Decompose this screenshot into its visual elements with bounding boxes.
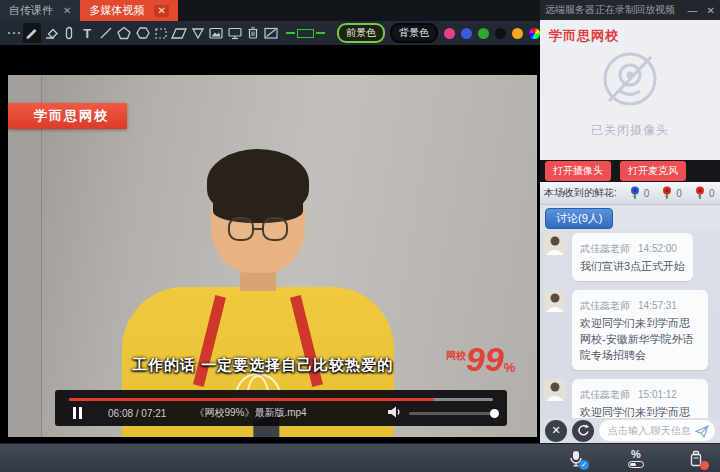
check-badge: ✓	[579, 460, 589, 470]
color-swatch-blue[interactable]	[461, 28, 472, 39]
tab-label: 自传课件	[9, 3, 53, 18]
eraser-icon[interactable]	[42, 23, 59, 43]
volume-icon[interactable]	[388, 404, 402, 422]
tab-own-courseware[interactable]: 自传课件 ✕	[0, 0, 80, 21]
chat-message: 武佳蕊老师14:52:00 我们宣讲3点正式开始	[544, 233, 716, 281]
color-swatch-orange[interactable]	[512, 28, 523, 39]
camera-off-icon	[594, 46, 666, 122]
image-icon[interactable]	[207, 23, 224, 43]
background-color-button[interactable]: 背景色	[390, 23, 438, 43]
polygon-icon[interactable]	[134, 23, 151, 43]
player-controls: 06:08 / 07:21 《网校99%》最新版.mp4	[55, 390, 507, 426]
mic-status-icon[interactable]: ✓	[568, 450, 584, 467]
tab-bar: 自传课件 ✕ 多媒体视频 ✕	[0, 0, 540, 21]
color-swatch-magenta[interactable]	[444, 28, 455, 39]
panel-titlebar: 远端服务器正在录制回放视频 — ✕	[540, 0, 720, 20]
red-rose-icon: 0	[694, 186, 715, 200]
trash-icon[interactable]	[244, 23, 261, 43]
select-rect-icon[interactable]	[152, 23, 169, 43]
video-brand-banner: 学而思网校	[8, 103, 127, 129]
video-stage: 学而思网校 工作的话 一定要选择自己比较热爱的 网校 99 % 06:08 / …	[0, 45, 540, 443]
video-subtitle: 工作的话 一定要选择自己比较热爱的	[132, 356, 393, 375]
color-swatch-green[interactable]	[478, 28, 489, 39]
avatar	[544, 290, 566, 312]
pause-button[interactable]	[73, 407, 82, 419]
close-icon[interactable]: ✕	[154, 5, 168, 17]
flowers-row: 本场收到的鲜花: 0 0 0	[540, 182, 720, 205]
close-icon[interactable]: ✕	[63, 6, 71, 16]
avatar	[544, 379, 566, 401]
pointer-icon[interactable]	[60, 23, 77, 43]
close-icon[interactable]: ✕	[707, 5, 715, 16]
background-door	[8, 75, 42, 437]
chat-message: 武佳蕊老师14:57:31 欢迎同学们来到学而思网校-安徽新华学院外语院专场招聘…	[544, 290, 716, 370]
brand-logo: 学而思网校	[549, 27, 619, 45]
open-camera-button[interactable]: 打开摄像头	[545, 161, 611, 181]
stroke-thickness-widget[interactable]	[286, 29, 325, 38]
send-icon[interactable]	[695, 424, 709, 442]
mute-chat-icon[interactable]: ✕	[545, 420, 567, 442]
red-rose-icon: 0	[661, 186, 682, 200]
color-swatch-black[interactable]	[495, 28, 506, 39]
av-buttons-row: 打开摄像头 打开麦克风	[540, 160, 720, 182]
refresh-icon[interactable]	[572, 420, 594, 442]
pen-icon[interactable]	[23, 23, 40, 43]
line-icon[interactable]	[97, 23, 114, 43]
color-swatch-rainbow[interactable]	[529, 28, 540, 39]
red-dot-badge	[700, 461, 709, 470]
time-display: 06:08 / 07:21	[108, 408, 166, 419]
drawing-toolbar: ⋯ T 前景色 背景色	[0, 21, 540, 45]
more-icon[interactable]: ⋯	[5, 23, 22, 43]
recorder-jar-icon[interactable]	[688, 450, 704, 467]
tab-label: 多媒体视频	[89, 3, 144, 18]
camera-off-caption: 已关闭摄像头	[540, 122, 720, 139]
percent-toggle-icon[interactable]: %	[628, 449, 644, 468]
watermark: 网校 99 %	[446, 343, 515, 375]
discussion-button[interactable]: 讨论(9人)	[545, 208, 613, 229]
bottom-bar: ✓ %	[0, 443, 720, 472]
app-window: 自传课件 ✕ 多媒体视频 ✕ ⋯ T	[0, 0, 720, 472]
foreground-color-button[interactable]: 前景色	[337, 23, 385, 43]
right-panel: 远端服务器正在录制回放视频 — ✕ 学而思网校 已关闭摄像头 打开摄像头	[540, 0, 720, 443]
screen-share-icon[interactable]	[226, 23, 243, 43]
flowers-label: 本场收到的鲜花:	[544, 186, 617, 200]
blue-flower-icon: 0	[629, 186, 650, 200]
video-file-title: 《网校99%》最新版.mp4	[194, 406, 306, 420]
tab-multimedia-video[interactable]: 多媒体视频 ✕	[80, 0, 177, 21]
recording-status: 远端服务器正在录制回放视频	[545, 3, 675, 17]
chat-message: 武佳蕊老师15:01:12 欢迎同学们来到学而思网校-安徽新华学院外语院专场招聘…	[544, 379, 716, 418]
pentagon-icon[interactable]	[115, 23, 132, 43]
chat-list[interactable]: 武佳蕊老师14:52:00 我们宣讲3点正式开始 武佳蕊老师14:57:31 欢…	[540, 230, 720, 418]
progress-bar[interactable]	[69, 398, 493, 401]
volume-slider[interactable]	[409, 412, 495, 415]
open-mic-button[interactable]: 打开麦克风	[620, 161, 686, 181]
minimize-icon[interactable]: —	[688, 5, 698, 16]
text-icon[interactable]: T	[79, 23, 96, 43]
triangle-icon[interactable]	[189, 23, 206, 43]
camera-section: 学而思网校 已关闭摄像头	[540, 20, 720, 160]
chat-input-row: ✕	[540, 418, 720, 443]
clear-board-icon[interactable]	[263, 23, 280, 43]
parallelogram-icon[interactable]	[171, 23, 188, 43]
video-surface[interactable]: 学而思网校 工作的话 一定要选择自己比较热爱的 网校 99 % 06:08 / …	[8, 75, 537, 437]
discussion-row: 讨论(9人)	[540, 205, 720, 230]
avatar	[544, 233, 566, 255]
